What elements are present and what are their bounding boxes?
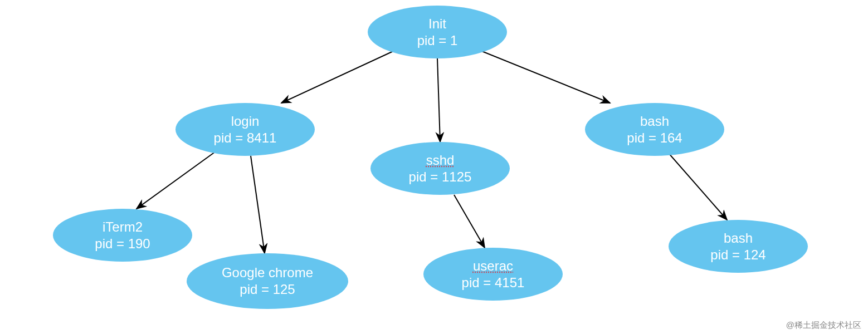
edge-login-to-chrome [251, 156, 265, 253]
process-name: iTerm2 [103, 219, 143, 235]
edge-login-to-iterm [136, 150, 217, 209]
edge-init-to-login [281, 50, 396, 103]
process-node-bash1: bashpid = 164 [585, 103, 724, 156]
process-node-chrome: Google chromepid = 125 [187, 253, 348, 309]
process-node-init: Initpid = 1 [368, 6, 507, 58]
edge-init-to-sshd [437, 58, 440, 142]
process-name: bash [640, 113, 669, 130]
process-node-bash2: bashpid = 124 [669, 220, 808, 273]
process-name: login [231, 113, 260, 130]
process-name: Init [428, 16, 446, 32]
process-pid: pid = 1125 [409, 169, 472, 185]
edge-bash1-to-bash2 [669, 153, 727, 220]
edge-init-to-bash1 [479, 50, 610, 103]
process-node-iterm: iTerm2pid = 190 [53, 209, 192, 262]
process-name: userac [473, 258, 513, 274]
process-pid: pid = 190 [95, 235, 150, 252]
watermark-text: @稀土掘金技术社区 [786, 320, 861, 331]
process-pid: pid = 8411 [214, 130, 277, 146]
process-name: Google chrome [222, 264, 313, 281]
process-pid: pid = 124 [710, 247, 765, 263]
process-node-login: loginpid = 8411 [175, 103, 315, 156]
process-name: sshd [426, 152, 455, 169]
process-pid: pid = 164 [627, 130, 682, 146]
process-pid: pid = 1 [417, 32, 458, 49]
process-pid: pid = 4151 [462, 274, 525, 291]
process-node-userac: useracpid = 4151 [423, 248, 563, 301]
edge-sshd-to-userac [454, 195, 485, 248]
process-pid: pid = 125 [240, 281, 295, 298]
process-name: bash [724, 230, 753, 247]
process-node-sshd: sshdpid = 1125 [370, 142, 510, 195]
